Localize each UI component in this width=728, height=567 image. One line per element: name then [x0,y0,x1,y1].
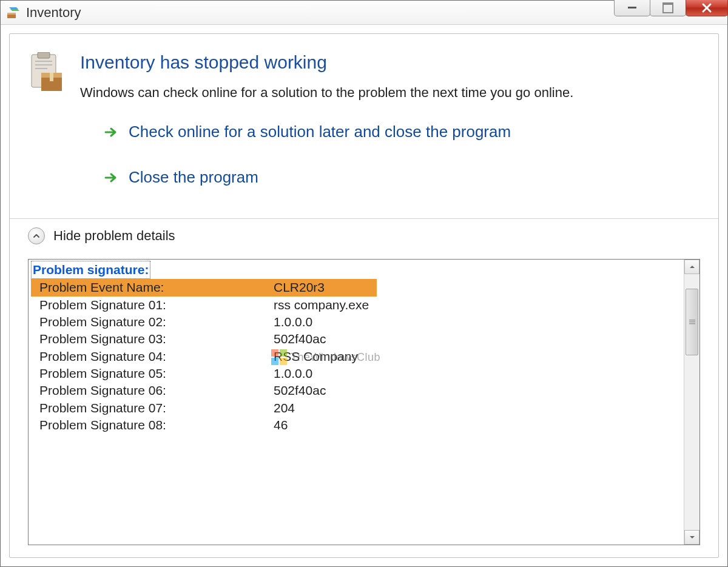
problem-row-label: Problem Signature 08: [31,417,274,434]
app-icon [5,5,20,20]
problem-row: Problem Signature 01:rss company.exe [31,297,681,314]
option-label: Check online for a solution later and cl… [129,122,511,141]
window-controls [615,0,728,16]
problem-row-value: rss company.exe [274,297,681,314]
header-row: Inventory has stopped working Windows ca… [28,52,700,213]
problem-row-value: 502f40ac [274,330,681,347]
problem-row-label: Problem Event Name: [31,279,274,296]
problem-row-value: 1.0.0.0 [274,314,681,330]
maximize-button[interactable] [650,0,686,16]
problem-row-value: RSS Company [274,348,681,365]
problem-details-box: Problem signature: Problem Event Name:CL… [28,259,700,545]
problem-row-label: Problem Signature 05: [31,365,274,382]
dialog-subtext: Windows can check online for a solution … [80,85,700,101]
arrow-right-icon [104,171,118,184]
problem-details-content: Problem signature: Problem Event Name:CL… [29,260,684,545]
problem-row: Problem Signature 05:1.0.0.0 [31,365,681,382]
arrow-right-icon [104,126,118,139]
option-check-online[interactable]: Check online for a solution later and cl… [104,122,700,141]
titlebar: Inventory [1,1,727,25]
dialog-heading: Inventory has stopped working [80,52,700,73]
problem-row-label: Problem Signature 03: [31,330,274,347]
scroll-down-button[interactable] [684,530,699,545]
problem-row-value: 204 [274,400,681,417]
problem-row-label: Problem Signature 02: [31,314,274,330]
option-label: Close the program [129,168,258,187]
svg-rect-1 [7,13,16,15]
svg-rect-4 [35,61,52,62]
svg-rect-3 [38,52,50,58]
problem-signature-header: Problem signature: [31,261,150,279]
svg-rect-6 [35,68,47,69]
details-toggle-label: Hide problem details [53,228,175,244]
problem-row: Problem Signature 02:1.0.0.0 [31,314,681,330]
close-icon [701,2,712,13]
problem-row: Problem Signature 04:RSS Company [31,348,681,365]
problem-row-value: 46 [274,417,681,434]
problem-row: Problem Signature 06:502f40ac [31,382,681,399]
problem-row-value: 502f40ac [274,382,681,399]
scroll-track[interactable] [684,274,699,530]
scroll-thumb[interactable] [686,289,698,355]
separator [10,218,718,219]
problem-row-label: Problem Signature 06: [31,382,274,399]
close-button[interactable] [686,0,728,16]
problem-row-label: Problem Signature 07: [31,400,274,417]
problem-row: Problem Signature 08:46 [31,417,681,434]
problem-row-value: 1.0.0.0 [274,365,681,382]
clipboard-box-icon [28,52,64,95]
problem-row-label: Problem Signature 04: [31,348,274,365]
option-close-program[interactable]: Close the program [104,168,700,187]
minimize-button[interactable] [614,0,650,16]
error-dialog-window: Inventory [0,0,728,567]
chevron-up-icon [28,227,45,244]
svg-rect-9 [50,73,53,81]
scrollbar[interactable] [684,260,699,545]
hide-details-toggle[interactable]: Hide problem details [28,227,700,244]
scroll-up-button[interactable] [684,260,699,274]
content-panel: Inventory has stopped working Windows ca… [9,33,719,558]
dialog-body: Inventory has stopped working Windows ca… [1,25,727,566]
window-title: Inventory [26,5,81,21]
problem-row: Problem Signature 03:502f40ac [31,330,681,347]
problem-row: Problem Event Name:CLR20r3 [31,279,377,296]
problem-row: Problem Signature 07:204 [31,400,681,417]
problem-row-label: Problem Signature 01: [31,297,274,314]
svg-rect-5 [35,64,52,65]
problem-row-value: CLR20r3 [274,279,377,296]
